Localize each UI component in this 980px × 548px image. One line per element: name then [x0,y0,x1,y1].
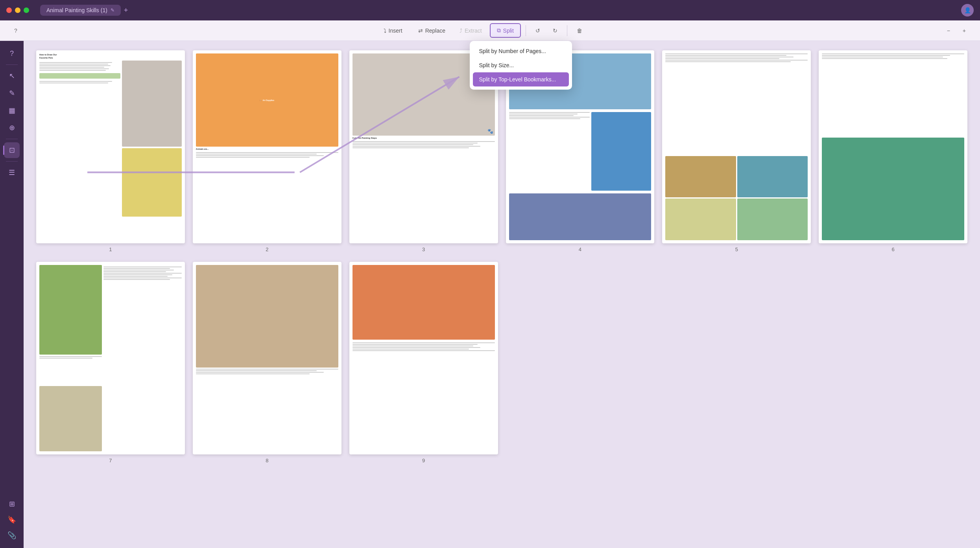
extract-button[interactable]: ⤴ Extract [455,24,487,37]
sidebar-item-attach[interactable]: 📎 [4,528,20,543]
page-number-3: 3 [422,246,425,252]
page-thumb-7[interactable] [36,262,185,455]
sidebar-item-layers[interactable]: ⊞ [4,496,20,512]
page-number-7: 7 [109,458,112,463]
sidebar-left: ? ↖ ✎ ▦ ⊕ ⊡ ☰ ⊞ 🔖 📎 [0,41,24,548]
sidebar-separator-1 [6,64,18,65]
page-thumb-6[interactable] [819,50,967,243]
tab-edit-icon[interactable]: ✎ [111,7,114,13]
split-by-pages-option[interactable]: Split by Number of Pages... [473,44,569,58]
page-item-2: 🎨 Art Supplies Animals are... 2 [193,50,341,252]
sidebar-item-cursor[interactable]: ↖ [4,68,20,84]
zoom-in-button[interactable]: + [958,24,971,37]
page-item-5: 5 [662,50,811,252]
maximize-button[interactable] [24,7,29,13]
toolbar-wrapper: ? ⤵ Insert ⇄ Replace ⤴ Extract ⧉ Split ↺… [0,20,980,41]
traffic-lights [6,7,29,13]
page-item-8: 8 [193,262,341,464]
user-avatar[interactable]: 👤 [961,4,974,17]
split-dropdown-menu: Split by Number of Pages... Split by Siz… [470,41,572,90]
page-item-9: 9 [349,262,498,464]
sidebar-item-bookmark[interactable]: 🔖 [4,512,20,528]
page-number-5: 5 [735,246,738,252]
tab-area: Animal Painting Skills (1) ✎ + [40,5,128,16]
rotate-right-icon: ↻ [553,28,557,34]
sidebar-separator-3 [6,161,18,162]
document-tab[interactable]: Animal Painting Skills (1) ✎ [40,5,121,16]
toolbar: ? ⤵ Insert ⇄ Replace ⤴ Extract ⧉ Split ↺… [0,20,980,41]
titlebar: Animal Painting Skills (1) ✎ + 👤 [0,0,980,20]
page-item-1: How to Draw OurFavorite Pets [36,50,185,252]
extract-icon: ⤴ [460,28,462,34]
page-number-2: 2 [266,246,268,252]
sidebar-item-edit[interactable]: ✎ [4,85,20,101]
sidebar-bottom-area: ⊞ 🔖 📎 [4,496,20,543]
page-number-6: 6 [891,246,894,252]
sidebar-item-stamp[interactable]: ⊕ [4,120,20,136]
split-button[interactable]: ⧉ Split [490,23,521,38]
page-thumb-2[interactable]: 🎨 Art Supplies Animals are... [193,50,341,243]
rotate-right-button[interactable]: ↻ [548,24,562,37]
replace-icon: ⇄ [418,28,423,34]
page-number-8: 8 [266,458,268,463]
help-icon: ? [14,28,17,34]
sidebar-item-view[interactable]: ☰ [4,165,20,180]
rotate-left-button[interactable]: ↺ [531,24,545,37]
page-thumb-8[interactable] [193,262,341,455]
page-thumb-9[interactable] [349,262,498,455]
page-number-9: 9 [422,458,425,463]
page-number-1: 1 [109,246,112,252]
page-item-6: 6 [819,50,967,252]
toolbar-separator-1 [526,25,526,36]
delete-button[interactable]: 🗑 [572,24,587,37]
content-area: How to Draw OurFavorite Pets [24,41,980,548]
page-grid: How to Draw OurFavorite Pets [36,50,967,463]
tab-title: Animal Painting Skills (1) [46,7,107,13]
sidebar-item-pages[interactable]: ▦ [4,103,20,118]
new-tab-button[interactable]: + [124,6,128,15]
zoom-out-button[interactable]: − [942,24,955,37]
trash-icon: 🗑 [577,28,582,34]
sidebar-item-help[interactable]: ? [4,46,20,61]
split-by-bookmarks-option[interactable]: Split by Top-Level Bookmarks... [473,72,569,86]
close-button[interactable] [6,7,12,13]
insert-button[interactable]: ⤵ Insert [377,24,409,37]
toolbar-separator-2 [567,25,567,36]
page-thumb-5[interactable] [662,50,811,243]
split-icon: ⧉ [497,27,501,34]
sidebar-item-organize[interactable]: ⊡ [4,142,20,158]
minimize-button[interactable] [15,7,20,13]
main-layout: ? ↖ ✎ ▦ ⊕ ⊡ ☰ ⊞ 🔖 📎 [0,41,980,548]
zoom-in-icon: + [963,28,966,34]
split-by-size-option[interactable]: Split by Size... [473,58,569,72]
page-item-7: 7 [36,262,185,464]
sidebar-separator-2 [6,139,18,139]
insert-icon: ⤵ [384,28,386,34]
rotate-left-icon: ↺ [535,28,540,34]
zoom-out-icon: − [947,28,950,34]
page-number-4: 4 [579,246,581,252]
page-thumb-1[interactable]: How to Draw OurFavorite Pets [36,50,185,243]
help-button[interactable]: ? [9,24,22,37]
replace-button[interactable]: ⇄ Replace [412,24,452,37]
